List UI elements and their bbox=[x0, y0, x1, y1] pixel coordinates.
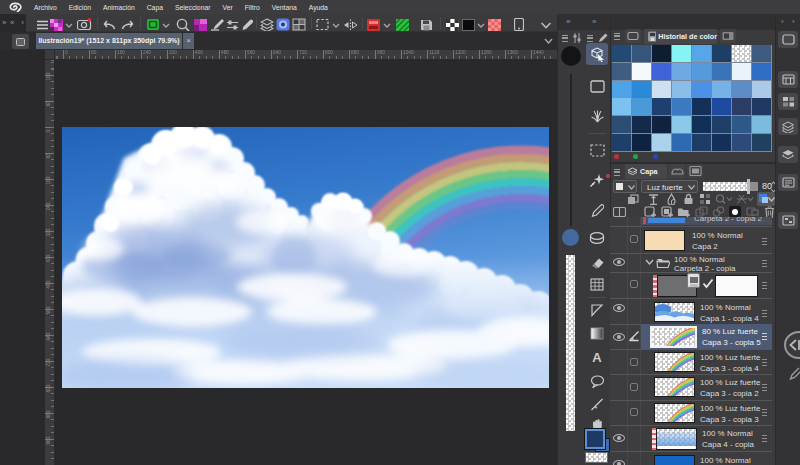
svg-text:A: A bbox=[592, 350, 602, 364]
